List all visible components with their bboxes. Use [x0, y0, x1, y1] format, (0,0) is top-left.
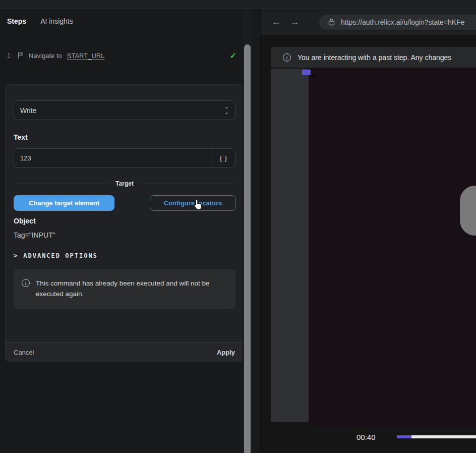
replay-screenshot-page	[309, 69, 476, 426]
flag-icon	[17, 52, 24, 59]
window-top-strip	[0, 0, 476, 9]
apply-button[interactable]: Apply	[217, 349, 235, 356]
url-bar[interactable]: https://auth.relicx.ai/u/login?state=hKF…	[319, 15, 476, 30]
back-arrow-icon[interactable]: ←	[272, 17, 281, 27]
playback-progress-fill	[397, 435, 411, 438]
replay-screenshot-sidebar	[271, 69, 309, 422]
card-footer: Cancel Apply	[6, 342, 243, 362]
panel-tabs: Steps AI insights	[0, 9, 260, 33]
replay-player-controls: 00:40	[261, 427, 476, 447]
past-step-banner: i You are interacting with a past step. …	[271, 47, 476, 68]
object-tag-value: Tag="INPUT"	[14, 231, 235, 239]
forward-arrow-icon[interactable]: →	[290, 17, 299, 27]
left-panel-scrollbar[interactable]	[244, 44, 251, 453]
executed-info-text: This command has already been executed a…	[36, 278, 227, 300]
command-select-value: Write	[20, 106, 36, 115]
left-panel-scroll-track	[243, 9, 252, 453]
browser-toolbar: ← → https://auth.relicx.ai/u/login?state…	[261, 9, 476, 35]
playback-progress-bar[interactable]	[397, 435, 476, 438]
divider-line-right	[141, 184, 235, 184]
configure-locators-button[interactable]: Configure locators	[150, 195, 236, 211]
replay-step-marker	[302, 70, 311, 75]
object-label: Object	[14, 217, 235, 225]
tab-steps[interactable]: Steps	[7, 17, 26, 25]
replay-panel: ← → https://auth.relicx.ai/u/login?state…	[261, 9, 476, 453]
divider-line-left	[14, 184, 108, 184]
change-target-element-button[interactable]: Change target element	[14, 195, 114, 211]
url-text: https://auth.relicx.ai/u/login?state=hKF…	[341, 18, 465, 26]
command-select[interactable]: Write ⌃ ⌄	[14, 100, 235, 120]
step-editor-card: Write ⌃ ⌄ Text { } Target Change target …	[5, 84, 244, 362]
step-row-1[interactable]: 1 Navigate to START_URL ✓	[0, 46, 260, 65]
past-step-banner-text: You are interacting with a past step. An…	[298, 53, 451, 62]
select-chevrons-icon: ⌃ ⌄	[224, 107, 229, 114]
text-input[interactable]	[14, 149, 212, 167]
cancel-button[interactable]: Cancel	[14, 349, 34, 356]
steps-panel: Steps AI insights 1 Navigate to START_UR…	[0, 9, 260, 453]
chevron-right-icon: >	[14, 252, 18, 259]
target-divider-label: Target	[115, 180, 134, 187]
banner-info-icon: i	[283, 53, 291, 62]
playback-time: 00:40	[356, 433, 376, 441]
step-description: Navigate to	[29, 52, 62, 60]
step-start-url-link[interactable]: START_URL	[67, 52, 105, 60]
advanced-options-toggle[interactable]: > ADVANCED OPTIONS	[14, 252, 235, 259]
lock-icon	[328, 18, 335, 26]
step-success-check-icon: ✓	[230, 51, 236, 61]
tab-ai-insights[interactable]: AI insights	[40, 17, 73, 25]
text-input-group: { }	[14, 148, 235, 168]
step-number: 1	[7, 52, 12, 59]
side-panel-handle[interactable]	[460, 186, 476, 236]
executed-info-box: i This command has already been executed…	[14, 269, 235, 309]
target-buttons-row: Change target element Configure locators	[14, 195, 236, 211]
insert-variable-button[interactable]: { }	[212, 149, 235, 167]
target-divider: Target	[14, 180, 235, 187]
info-icon: i	[22, 279, 30, 287]
text-field-label: Text	[14, 133, 235, 141]
advanced-options-label: ADVANCED OPTIONS	[23, 252, 98, 259]
